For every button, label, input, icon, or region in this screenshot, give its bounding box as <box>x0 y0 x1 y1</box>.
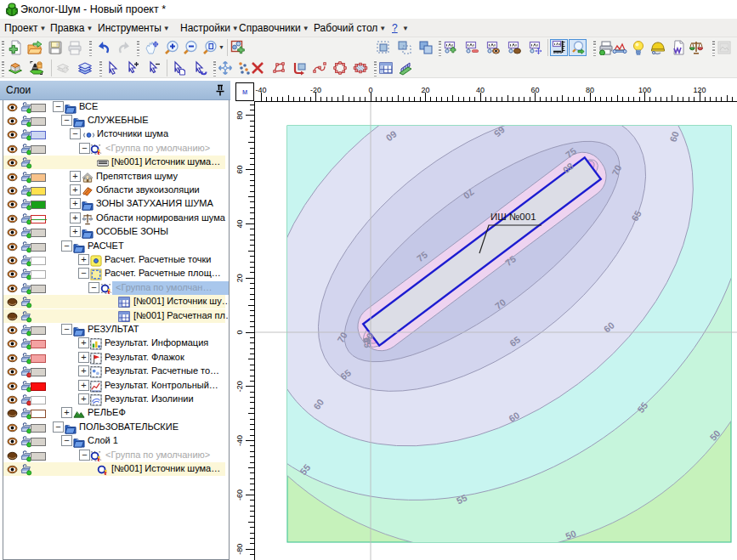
svg-text:85: 85 <box>361 337 373 348</box>
svg-text:-20: -20 <box>310 86 321 94</box>
svg-text:ИШ №001: ИШ №001 <box>490 212 536 222</box>
svg-text:40: 40 <box>235 219 244 228</box>
svg-text:40: 40 <box>476 86 485 94</box>
svg-text:100: 100 <box>638 86 651 94</box>
svg-text:60: 60 <box>530 86 539 94</box>
svg-text:-20: -20 <box>235 381 244 392</box>
svg-text:0: 0 <box>368 86 372 94</box>
svg-text:-60: -60 <box>235 489 244 501</box>
svg-text:20: 20 <box>235 274 244 282</box>
svg-text:80: 80 <box>235 111 244 120</box>
svg-text:80: 80 <box>586 86 594 94</box>
svg-text:-40: -40 <box>235 435 244 446</box>
svg-text:60: 60 <box>235 166 244 174</box>
svg-text:120: 120 <box>693 86 706 94</box>
svg-text:м: м <box>242 88 247 96</box>
svg-text:-80: -80 <box>235 544 244 555</box>
svg-text:-40: -40 <box>255 86 266 94</box>
svg-text:20: 20 <box>421 86 429 94</box>
svg-text:0: 0 <box>235 330 244 334</box>
